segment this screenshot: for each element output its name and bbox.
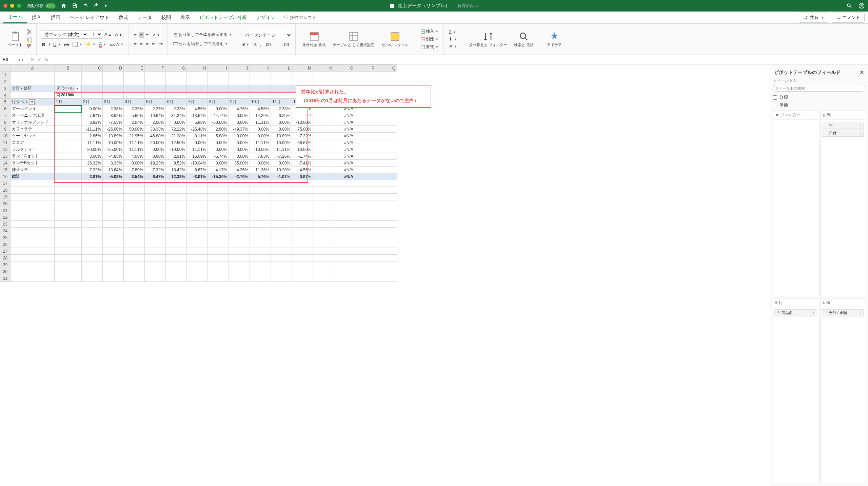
cell-B27[interactable]	[55, 248, 82, 255]
row-header-30[interactable]: 30	[0, 268, 11, 275]
row-header-17[interactable]: 17	[0, 180, 11, 187]
cell-M7[interactable]: -17	[292, 112, 313, 119]
area-chip[interactable]: ⋮ 商品名i	[774, 309, 816, 316]
italic-button[interactable]: I	[47, 41, 51, 48]
col-header-N[interactable]: N	[313, 65, 334, 72]
col-header-P[interactable]: P	[355, 65, 376, 72]
cell-B10[interactable]	[55, 133, 82, 139]
cell-O12[interactable]: #N/A	[334, 146, 355, 153]
row-header-7[interactable]: 7	[0, 112, 11, 119]
cell-A23[interactable]	[11, 221, 55, 228]
cell-E6[interactable]: 2.33%	[124, 105, 145, 112]
cell-E31[interactable]	[124, 275, 145, 282]
cell-M13[interactable]: -1.74%	[292, 153, 313, 160]
col-header-C[interactable]: C	[82, 65, 103, 72]
cell-P13[interactable]	[355, 153, 376, 160]
area-chip[interactable]: ⋮ 合計 / 金額i	[822, 309, 864, 316]
dec-decimal-button[interactable]: ←.00	[277, 41, 290, 48]
cell-H15[interactable]: 6.67%	[187, 167, 208, 173]
cell-M31[interactable]	[292, 275, 313, 282]
row-header-3[interactable]: 3	[0, 85, 11, 92]
cell-I16[interactable]: -15.30%	[208, 173, 229, 180]
cell-A6[interactable]: アールグレイ	[11, 105, 55, 112]
font-color-button[interactable]: A▼	[98, 41, 108, 48]
col-header-K[interactable]: K	[250, 65, 271, 72]
cell-D15[interactable]: -13.64%	[103, 167, 124, 173]
cell-N13[interactable]	[313, 153, 334, 160]
account-icon[interactable]	[859, 3, 865, 9]
cell-D25[interactable]	[103, 234, 124, 241]
cell-B24[interactable]	[55, 228, 82, 234]
col-header-F[interactable]: F	[145, 65, 166, 72]
cell-J18[interactable]	[229, 187, 250, 194]
cell-M17[interactable]	[292, 180, 313, 187]
cell-D30[interactable]	[103, 268, 124, 275]
cell-O31[interactable]	[334, 275, 355, 282]
close-pane-icon[interactable]: ✕	[860, 69, 864, 76]
cell-D14[interactable]: 8.33%	[103, 160, 124, 167]
row-header-23[interactable]: 23	[0, 221, 11, 228]
cell-Q20[interactable]	[376, 200, 397, 207]
cell-C4[interactable]	[82, 92, 103, 99]
tab-view[interactable]: 表示	[176, 12, 195, 23]
cell-C27[interactable]	[82, 248, 103, 255]
row-header-16[interactable]: 16	[0, 173, 11, 180]
cell-I11[interactable]: 0.00%	[208, 139, 229, 146]
cell-A12[interactable]: ミルクティー	[11, 146, 55, 153]
cell-C2[interactable]	[82, 78, 103, 85]
cell-H8[interactable]: 5.88%	[187, 119, 208, 126]
tab-data[interactable]: データ	[133, 12, 157, 23]
currency-button[interactable]: ¥▼	[241, 41, 251, 48]
cell-A7[interactable]: オーガニック珈琲	[11, 112, 55, 119]
cell-K4[interactable]	[250, 92, 271, 99]
cell-I19[interactable]	[208, 194, 229, 200]
cell-O19[interactable]	[334, 194, 355, 200]
cell-H2[interactable]	[187, 78, 208, 85]
cell-N19[interactable]	[313, 194, 334, 200]
cell-D13[interactable]: -4.85%	[103, 153, 124, 160]
columns-area[interactable]: Ⅲ列 ⋮ 年i⋮ 日付i	[820, 111, 866, 296]
cell-E15[interactable]: 7.89%	[124, 167, 145, 173]
cell-K6[interactable]: -4.55%	[250, 105, 271, 112]
cell-C18[interactable]	[82, 187, 103, 194]
cell-styles-button[interactable]: セルの スタイル	[379, 30, 411, 48]
cell-E21[interactable]	[124, 207, 145, 214]
col-header-I[interactable]: I	[208, 65, 229, 72]
cell-F2[interactable]	[145, 78, 166, 85]
cell-C9[interactable]: -11.11%	[82, 126, 103, 133]
cell-G5[interactable]: 6月	[166, 99, 187, 105]
share-button[interactable]: 共有▼	[799, 13, 828, 23]
cell-C6[interactable]: 0.00%	[82, 105, 103, 112]
wrap-text-button[interactable]: 折り返して全体を表示する▼	[172, 31, 233, 38]
cell-K9[interactable]: 0.00%	[250, 126, 271, 133]
cell-B14[interactable]	[55, 160, 82, 167]
cell-F23[interactable]	[145, 221, 166, 228]
cell-O20[interactable]	[334, 200, 355, 207]
cell-B18[interactable]	[55, 187, 82, 194]
cell-N25[interactable]	[313, 234, 334, 241]
cell-K28[interactable]	[250, 255, 271, 261]
cell-G13[interactable]: 2.91%	[166, 153, 187, 160]
cell-B13[interactable]	[55, 153, 82, 160]
cell-B22[interactable]	[55, 214, 82, 221]
cell-N16[interactable]	[313, 173, 334, 180]
cell-B1[interactable]	[55, 72, 82, 78]
cell-M24[interactable]	[292, 228, 313, 234]
cell-J31[interactable]	[229, 275, 250, 282]
cell-H20[interactable]	[187, 200, 208, 207]
cut-icon[interactable]	[26, 28, 33, 35]
cell-B7[interactable]	[55, 112, 82, 119]
cell-H1[interactable]	[187, 72, 208, 78]
indent-dec-button[interactable]: ⇤	[151, 40, 157, 47]
cell-L3[interactable]	[271, 85, 292, 92]
cell-H14[interactable]: -13.04%	[187, 160, 208, 167]
cell-A8[interactable]: オリジナルブレンド	[11, 119, 55, 126]
accept-formula-icon[interactable]: ✓	[38, 57, 41, 62]
cell-A2[interactable]	[11, 78, 55, 85]
row-header-20[interactable]: 20	[0, 200, 11, 207]
cell-Q1[interactable]	[376, 72, 397, 78]
cell-O29[interactable]	[334, 261, 355, 268]
cell-H16[interactable]: -3.01%	[187, 173, 208, 180]
cell-O30[interactable]	[334, 268, 355, 275]
row-header-19[interactable]: 19	[0, 194, 11, 200]
